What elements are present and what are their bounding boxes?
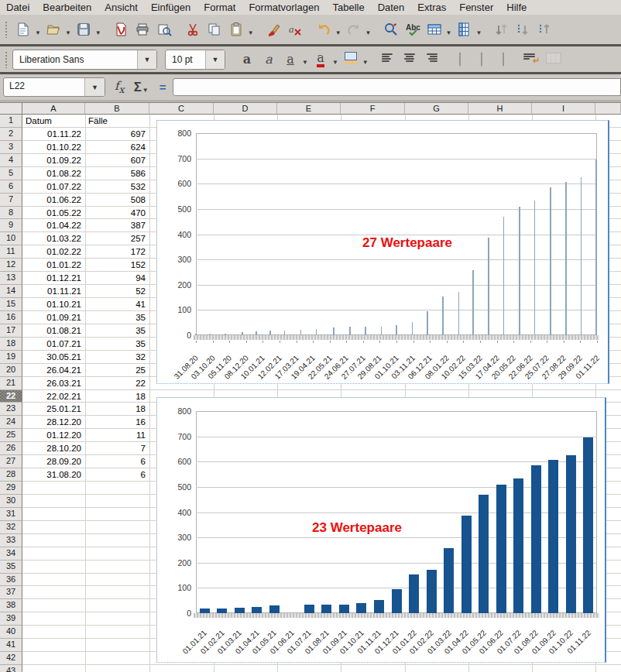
cell-date[interactable]: 01.07.21 bbox=[23, 338, 84, 351]
cell-value[interactable]: 35 bbox=[86, 338, 149, 351]
row-header-26[interactable]: 26 bbox=[0, 442, 22, 455]
chart-2-23-wertepaare[interactable]: 010020030040050060070080001.01.2101.02.2… bbox=[156, 397, 606, 663]
align-left-button[interactable] bbox=[378, 50, 398, 70]
chevron-down-icon[interactable]: ▼ bbox=[35, 23, 41, 36]
formula-input[interactable] bbox=[173, 78, 621, 96]
cell-value[interactable]: 152 bbox=[86, 259, 149, 272]
select-all-corner[interactable] bbox=[0, 103, 22, 115]
paste-button[interactable] bbox=[226, 19, 246, 39]
row-header-23[interactable]: 23 bbox=[0, 403, 22, 416]
font-size-combo[interactable]: 10 pt ▼ bbox=[165, 50, 225, 70]
menu-daten[interactable]: Daten bbox=[378, 2, 405, 13]
function-wizard-icon[interactable]: fx bbox=[115, 79, 125, 95]
row-header-37[interactable]: 37 bbox=[0, 586, 22, 599]
cell-date[interactable]: 01.04.22 bbox=[23, 219, 84, 232]
cell-date[interactable]: 28.12.20 bbox=[23, 416, 84, 429]
row-header-8[interactable]: 8 bbox=[0, 207, 22, 220]
save-button[interactable] bbox=[74, 19, 94, 39]
menu-extras[interactable]: Extras bbox=[417, 2, 446, 13]
cell-date[interactable]: 22.02.21 bbox=[23, 390, 84, 403]
sort-ascending-button[interactable] bbox=[513, 19, 533, 39]
row-header-17[interactable]: 17 bbox=[0, 324, 22, 338]
cell-value[interactable]: 508 bbox=[86, 194, 149, 207]
column-header-B[interactable]: B bbox=[85, 103, 149, 115]
cell-date[interactable]: 01.11.21 bbox=[23, 285, 84, 298]
row-header-14[interactable]: 14 bbox=[0, 285, 22, 298]
insert-row-button[interactable] bbox=[424, 19, 444, 39]
row-header-36[interactable]: 36 bbox=[0, 574, 22, 587]
cell-value[interactable]: 35 bbox=[86, 311, 149, 324]
chevron-down-icon[interactable]: ▼ bbox=[248, 23, 254, 36]
cell-value[interactable]: 41 bbox=[86, 298, 149, 311]
cell-date[interactable]: 01.10.22 bbox=[23, 141, 84, 154]
row-header-32[interactable]: 32 bbox=[0, 521, 22, 534]
menu-fenster[interactable]: Fenster bbox=[459, 2, 493, 13]
print-button[interactable] bbox=[132, 19, 153, 39]
cell-datum-header[interactable]: Datum bbox=[23, 115, 84, 128]
cell-date[interactable]: 01.10.21 bbox=[23, 298, 84, 311]
row-header-40[interactable]: 40 bbox=[0, 626, 22, 639]
bold-button[interactable]: a bbox=[237, 50, 257, 70]
underline-button[interactable]: a bbox=[280, 50, 300, 70]
chevron-down-icon[interactable]: ▼ bbox=[137, 50, 156, 69]
row-header-5[interactable]: 5 bbox=[0, 167, 22, 180]
row-header-4[interactable]: 4 bbox=[0, 154, 22, 167]
cell-date[interactable]: 28.09.20 bbox=[23, 455, 84, 468]
undo-button[interactable] bbox=[314, 19, 334, 39]
cell-value[interactable]: 6 bbox=[86, 468, 149, 482]
cell-value[interactable]: 25 bbox=[86, 364, 149, 377]
cell-value[interactable]: 18 bbox=[86, 390, 149, 403]
print-preview-button[interactable] bbox=[154, 19, 174, 39]
copy-button[interactable] bbox=[204, 19, 225, 39]
menu-bearbeiten[interactable]: Bearbeiten bbox=[43, 2, 91, 13]
italic-button[interactable]: a bbox=[259, 50, 279, 70]
cell-value[interactable]: 11 bbox=[86, 429, 149, 442]
chevron-down-icon[interactable]: ▼ bbox=[65, 23, 71, 36]
row-header-30[interactable]: 30 bbox=[0, 495, 22, 508]
row-header-38[interactable]: 38 bbox=[0, 599, 22, 612]
menu-tabelle[interactable]: Tabelle bbox=[332, 2, 364, 13]
row-header-2[interactable]: 2 bbox=[0, 128, 22, 141]
menu-einfügen[interactable]: Einfügen bbox=[151, 2, 190, 13]
chevron-down-icon[interactable]: ▼ bbox=[302, 53, 308, 66]
row-header-39[interactable]: 39 bbox=[0, 612, 22, 626]
cell-value[interactable]: 22 bbox=[86, 377, 149, 390]
cell-value[interactable]: 624 bbox=[86, 141, 149, 154]
row-header-9[interactable]: 9 bbox=[0, 219, 22, 232]
cell-value[interactable]: 607 bbox=[86, 154, 149, 167]
spreadsheet-grid[interactable]: ABCDEFGHI1234567891011121314151617181920… bbox=[0, 103, 621, 672]
cell-value[interactable]: 18 bbox=[86, 403, 149, 416]
cell-faelle-header[interactable]: Fälle bbox=[86, 115, 149, 128]
row-header-19[interactable]: 19 bbox=[0, 351, 22, 364]
menu-format[interactable]: Format bbox=[204, 2, 235, 13]
align-bottom-button[interactable] bbox=[493, 50, 513, 70]
row-header-6[interactable]: 6 bbox=[0, 180, 22, 194]
cell-value[interactable]: 172 bbox=[86, 245, 149, 259]
row-header-11[interactable]: 11 bbox=[0, 245, 22, 259]
row-header-12[interactable]: 12 bbox=[0, 259, 22, 272]
menu-datei[interactable]: Datei bbox=[6, 2, 29, 13]
cell-date[interactable]: 30.05.21 bbox=[23, 351, 84, 364]
align-middle-button[interactable] bbox=[472, 50, 492, 70]
chart-1-27-wertepaare[interactable]: 010020030040050060070080031.08.2003.10.2… bbox=[156, 120, 609, 384]
cell-value[interactable]: 697 bbox=[86, 128, 149, 141]
cell-date[interactable]: 01.12.20 bbox=[23, 429, 84, 442]
chevron-down-icon[interactable]: ▼ bbox=[205, 50, 225, 69]
cell-date[interactable]: 26.04.21 bbox=[23, 364, 84, 377]
font-color-button[interactable]: a bbox=[310, 50, 331, 70]
cell-value[interactable]: 470 bbox=[86, 207, 149, 220]
cell-value[interactable]: 586 bbox=[86, 167, 149, 180]
chevron-down-icon[interactable]: ▼ bbox=[475, 23, 482, 36]
cell-date[interactable]: 25.01.21 bbox=[23, 403, 84, 416]
row-header-7[interactable]: 7 bbox=[0, 194, 22, 207]
cell-date[interactable]: 01.01.22 bbox=[23, 259, 84, 272]
sort-button[interactable] bbox=[491, 19, 511, 39]
cell-reference-box[interactable]: L22 ▼ bbox=[3, 77, 105, 97]
cell-value[interactable]: 52 bbox=[86, 285, 149, 298]
column-header-E[interactable]: E bbox=[277, 103, 341, 115]
align-center-button[interactable] bbox=[400, 50, 420, 70]
row-header-28[interactable]: 28 bbox=[0, 468, 22, 482]
cell-date[interactable]: 01.08.22 bbox=[23, 167, 84, 180]
row-header-21[interactable]: 21 bbox=[0, 377, 22, 390]
export-pdf-button[interactable] bbox=[111, 19, 131, 39]
